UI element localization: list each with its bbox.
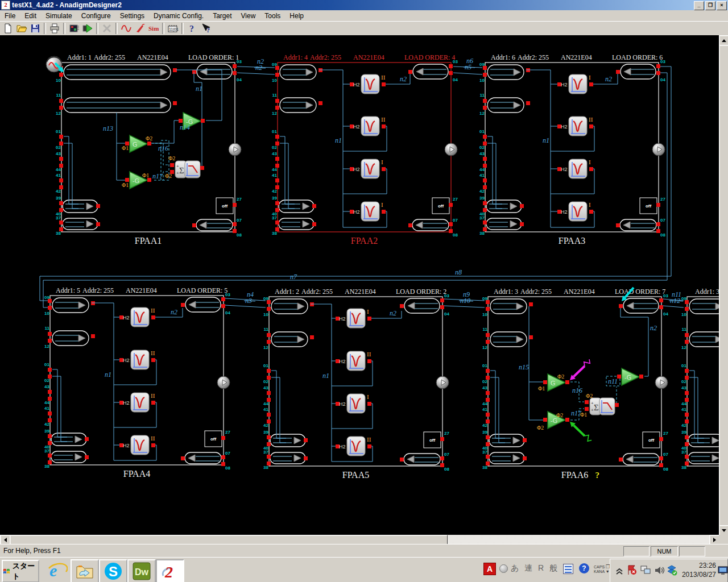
ime-help-icon[interactable]: ? (579, 563, 589, 573)
configure-chips-button[interactable] (67, 22, 81, 35)
svg-text:08: 08 (444, 467, 449, 472)
chip-name-label: FPAA1 (135, 236, 162, 246)
start-button[interactable]: スタート (2, 560, 39, 582)
menu-settings[interactable]: Settings (115, 11, 149, 20)
context-help-button[interactable]: ? (199, 22, 213, 35)
ime-a-icon[interactable]: A (483, 563, 496, 575)
chip-connector-sphere[interactable] (217, 376, 230, 389)
svg-text:Addr1: 3: Addr1: 3 (494, 288, 518, 296)
open-folder-button[interactable] (15, 22, 28, 35)
anadigm-taskbar-button[interactable]: 2 (156, 559, 184, 582)
chip-connector-sphere[interactable] (652, 143, 665, 156)
svg-text:H2: H2 (353, 82, 360, 88)
help-button[interactable]: ? (185, 22, 199, 35)
svg-text:37: 37 (56, 215, 61, 221)
anadigm-designer-window: 2 testX1_4.ad2 - AnadigmDesigner2 _ ❐ × … (0, 0, 728, 582)
menu-dynamic-config-[interactable]: Dynamic Config. (149, 11, 208, 20)
show-hidden-icons-chevron[interactable] (614, 564, 625, 576)
sum-filter-cam[interactable]: ++Σ (170, 161, 204, 178)
ime-toolbar-icon[interactable] (563, 564, 573, 574)
svg-text:11: 11 (480, 93, 485, 98)
svg-text:G: G (133, 141, 138, 148)
kana-label: KANA ▼ (594, 569, 610, 574)
display-settings-icon[interactable] (717, 564, 728, 576)
svg-text:Addr1: 2: Addr1: 2 (275, 288, 299, 296)
svg-text:38: 38 (44, 464, 49, 469)
skype-taskbar-button[interactable]: S (99, 559, 127, 582)
sum-filter-cam[interactable]: ++Σ (585, 398, 619, 415)
menu-configure[interactable]: Configure (77, 11, 115, 20)
svg-text:10: 10 (681, 312, 686, 317)
svg-text:Φ1: Φ1 (122, 145, 129, 151)
chip-connector-sphere[interactable] (229, 143, 241, 156)
svg-text:42: 42 (56, 189, 61, 194)
volume-icon[interactable] (653, 564, 665, 576)
svg-text:AN221E04: AN221E04 (345, 288, 376, 296)
start-label: スタート (13, 561, 38, 581)
svg-text:H2: H2 (561, 124, 568, 130)
titlebar[interactable]: 2 testX1_4.ad2 - AnadigmDesigner2 _ ❐ × (0, 0, 728, 10)
svg-text:38: 38 (681, 465, 686, 470)
design-canvas[interactable]: n2n2n6n5n8n7n4n3n9n10n11n12Addr1: 1Addr2… (0, 35, 719, 535)
svg-text:44: 44 (44, 400, 49, 405)
svg-text:off: off (222, 203, 228, 209)
new-file-button[interactable] (1, 22, 15, 35)
chip-connector-sphere[interactable] (655, 376, 668, 389)
svg-text:Addr1: 4: Addr1: 4 (283, 53, 308, 61)
taskbar-clock[interactable]: 23:262013/08/27 (682, 561, 716, 579)
svg-text:42: 42 (479, 189, 485, 194)
svg-text:12: 12 (482, 345, 487, 350)
svg-text:-G: -G (133, 177, 139, 184)
svg-text:Addr2: 255: Addr2: 255 (518, 53, 549, 61)
oscilloscope-button[interactable] (119, 22, 133, 35)
svg-text:12: 12 (479, 111, 485, 116)
minimize-button[interactable]: _ (694, 1, 704, 10)
chip-connector-sphere[interactable] (436, 376, 449, 389)
dreamweaver-taskbar-button[interactable]: Dw (127, 559, 156, 582)
clock-config-button[interactable]: 11|01 (166, 22, 180, 35)
restore-button[interactable]: ❐ (705, 1, 715, 10)
delete-button[interactable] (100, 22, 114, 35)
svg-text:10: 10 (482, 312, 487, 317)
menu-simulate[interactable]: Simulate (41, 11, 77, 20)
svg-text:04: 04 (453, 77, 458, 82)
svg-text:LOAD ORDER: 6: LOAD ORDER: 6 (612, 53, 663, 61)
ime-mode-3[interactable]: 般 (549, 563, 557, 573)
print-button[interactable] (48, 22, 61, 35)
menu-file[interactable]: File (0, 11, 20, 20)
scrollbar-corner (719, 535, 728, 544)
ime-mode-2[interactable]: R (538, 563, 544, 572)
save-button[interactable] (28, 22, 42, 35)
explorer-taskbar-button[interactable] (71, 559, 99, 582)
security-alert-icon[interactable] (626, 564, 638, 576)
menu-help[interactable]: Help (285, 11, 308, 20)
svg-text:S: S (109, 564, 118, 579)
network-icon[interactable] (640, 564, 651, 576)
clock-time: 23:26 (682, 561, 716, 570)
svg-text:Φ2: Φ2 (537, 425, 544, 431)
svg-text:Φ2: Φ2 (165, 173, 172, 179)
chip-connector-sphere[interactable] (445, 143, 457, 156)
svg-text:41: 41 (681, 407, 686, 412)
ie-taskbar-button[interactable]: e (44, 560, 71, 581)
statusbar: For Help, Press F1 NUM (0, 544, 728, 558)
dropbox-icon[interactable] (666, 564, 677, 576)
svg-text:02: 02 (44, 378, 49, 383)
probe-button[interactable] (133, 22, 147, 35)
ime-mode-1[interactable]: 連 (524, 563, 532, 573)
ime-mode-0[interactable]: あ (511, 563, 519, 573)
vertical-scroll-thumb[interactable] (719, 45, 728, 526)
sim-button[interactable]: Sim (147, 22, 160, 35)
svg-text:n11: n11 (608, 377, 618, 385)
menu-target[interactable]: Target (208, 11, 236, 20)
svg-text:37: 37 (263, 450, 268, 455)
menu-edit[interactable]: Edit (20, 11, 41, 20)
menu-tools[interactable]: Tools (260, 11, 285, 20)
svg-text:10: 10 (263, 312, 268, 317)
svg-text:37: 37 (482, 450, 487, 455)
menu-view[interactable]: View (237, 11, 260, 20)
ime-status-icon[interactable] (499, 564, 508, 573)
start-simulation-button[interactable] (81, 22, 94, 35)
close-button[interactable]: × (717, 1, 727, 10)
svg-text:11: 11 (272, 93, 278, 98)
